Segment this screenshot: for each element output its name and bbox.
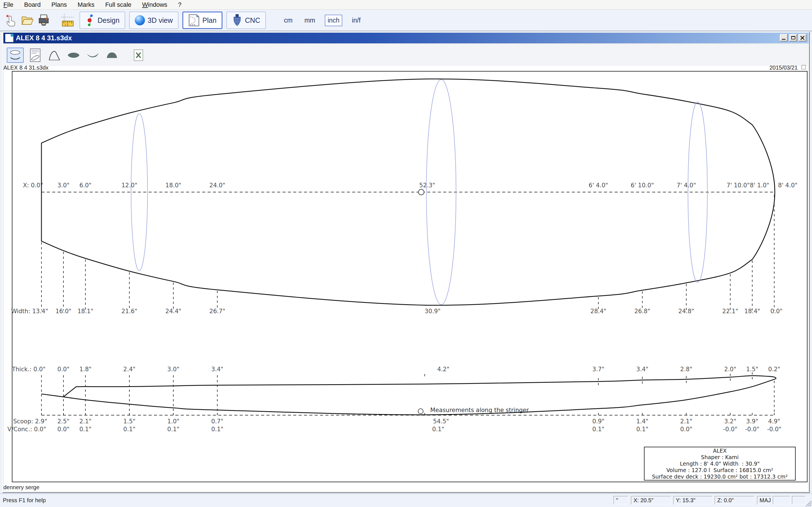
main-toolbar: 1 0 Design 3D view Plan <box>0 10 812 31</box>
unit-in-f[interactable]: in/f <box>350 15 363 25</box>
sphere-3d-icon <box>135 15 145 25</box>
info-box-line-2: Length : 8' 4.0" Width : 30.9" <box>680 460 760 467</box>
status-z-coordinate: Z: 0.0" <box>715 496 754 504</box>
status-unit-field: " <box>613 496 628 504</box>
filled-rocker-button[interactable] <box>85 48 100 63</box>
outline-views-icon <box>9 49 21 61</box>
filled-rocker-icon <box>86 51 99 59</box>
cnc-label: CNC <box>245 16 260 24</box>
plan-label: Plan <box>202 16 216 24</box>
export-spreadsheet-button[interactable] <box>131 48 146 63</box>
maximize-button[interactable] <box>789 34 797 41</box>
design-mode-button[interactable]: Design <box>80 11 125 29</box>
cnc-bit-icon <box>232 14 242 27</box>
dimensions-sheet-icon <box>30 48 41 62</box>
unit-inch[interactable]: inch <box>325 15 342 26</box>
status-bar: Press F1 for help " X: 20.5" Y: 15.3" Z:… <box>0 494 812 507</box>
menu-help[interactable]: ? <box>178 1 181 8</box>
open-folder-icon <box>21 14 34 26</box>
menu-marks[interactable]: Marks <box>78 1 94 8</box>
hand-pointer-icon <box>5 13 17 27</box>
board-window-title: ALEX 8 4 31.s3dx <box>16 34 72 42</box>
menu-windows[interactable]: Windows <box>142 1 167 8</box>
menu-full-scale[interactable]: Full scale <box>105 1 132 8</box>
filled-section-icon <box>106 51 118 59</box>
spreadsheet-export-icon <box>133 49 144 61</box>
print-button[interactable] <box>36 11 52 29</box>
status-empty-field-1 <box>773 496 790 504</box>
drawing-frame <box>12 71 808 482</box>
unit-mm[interactable]: mm <box>302 15 317 25</box>
unit-cm[interactable]: cm <box>282 15 295 25</box>
status-help-text: Press F1 for help <box>3 497 46 504</box>
status-caps-indicator: MAJ <box>757 496 772 504</box>
filled-section-button[interactable] <box>104 48 119 63</box>
menu-board[interactable]: Board <box>24 1 41 8</box>
info-box-line-4: Surface dev deck : 19230.0 cm² bot : 173… <box>652 473 788 480</box>
date-checkbox[interactable] <box>802 65 806 69</box>
menu-file[interactable]: File <box>3 1 13 8</box>
rocker-curve-button[interactable] <box>47 48 62 63</box>
menu-bar: FileBoardPlansMarksFull scaleWindows? <box>0 0 812 10</box>
minimize-button[interactable] <box>780 34 788 41</box>
info-box-line-3: Volume : 127.0 l Surface : 16815.0 cm² <box>666 467 773 473</box>
status-empty-field-2 <box>792 496 806 504</box>
pointer-tool-button[interactable] <box>3 11 19 29</box>
info-box-line-0: ALEX <box>713 448 727 454</box>
filled-outline-button[interactable] <box>66 48 81 63</box>
ruler-icon: 1 0 <box>60 13 74 27</box>
svg-text:1 0: 1 0 <box>64 23 68 26</box>
board-info-box: ALEXShaper : KamiLength : 8' 4.0" Width … <box>644 447 796 481</box>
plan-view-toolbar <box>4 45 808 66</box>
cnc-button[interactable]: CNC <box>226 11 266 29</box>
menu-plans[interactable]: Plans <box>51 1 67 8</box>
board-file-icon <box>5 34 13 42</box>
info-box-line-1: Shaper : Kami <box>701 454 739 460</box>
drawing-filename: ALEX 8 4 31.s3dx <box>3 64 49 71</box>
resize-grip[interactable] <box>804 499 811 506</box>
unit-selector: cmmminchin/f <box>282 15 363 26</box>
status-x-coordinate: X: 20.5" <box>631 496 671 504</box>
plan-mode-button[interactable]: Plan <box>183 11 222 29</box>
printer-icon <box>38 14 50 27</box>
board-window-titlebar[interactable]: ALEX 8 4 31.s3dx <box>3 33 809 43</box>
filled-outline-icon <box>67 50 80 60</box>
drawing-date: 2015/03/21 <box>769 64 798 71</box>
outline-views-button[interactable] <box>7 48 24 63</box>
3d-view-label: 3D view <box>148 16 173 24</box>
plan-icon <box>188 14 200 27</box>
design-icon <box>85 14 95 27</box>
open-file-button[interactable] <box>19 11 36 29</box>
stringer-note: Measurements along the stringer <box>430 407 529 413</box>
rocker-curve-icon <box>48 49 61 61</box>
status-y-coordinate: Y: 15.3" <box>673 496 712 504</box>
close-button[interactable] <box>799 34 806 41</box>
dimensions-sheet-button[interactable] <box>28 48 43 63</box>
design-label: Design <box>98 16 119 24</box>
3d-view-button[interactable]: 3D view <box>129 11 179 29</box>
measure-button[interactable]: 1 0 <box>59 11 75 29</box>
author-name: dennery serge <box>3 484 40 491</box>
